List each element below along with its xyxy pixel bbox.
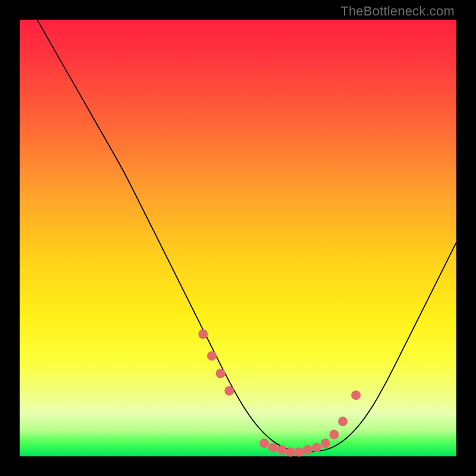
marker-dot bbox=[224, 386, 234, 396]
marker-dot bbox=[286, 447, 295, 457]
marker-dot bbox=[198, 330, 208, 339]
marker-dot bbox=[268, 443, 278, 452]
marker-dot bbox=[207, 351, 217, 361]
chart-frame: TheBottleneck.com bbox=[0, 0, 476, 476]
marker-dot bbox=[338, 416, 347, 426]
marker-group bbox=[198, 330, 361, 457]
marker-dot bbox=[303, 445, 312, 455]
marker-dot bbox=[295, 447, 304, 457]
marker-dot bbox=[216, 369, 226, 378]
bottleneck-curve bbox=[37, 20, 456, 452]
marker-dot bbox=[259, 439, 269, 448]
chart-svg bbox=[20, 20, 456, 456]
marker-dot bbox=[321, 439, 330, 448]
marker-dot bbox=[277, 445, 286, 455]
marker-dot bbox=[312, 443, 321, 452]
marker-dot bbox=[330, 430, 339, 439]
watermark-text: TheBottleneck.com bbox=[340, 4, 455, 19]
marker-dot bbox=[351, 390, 361, 400]
